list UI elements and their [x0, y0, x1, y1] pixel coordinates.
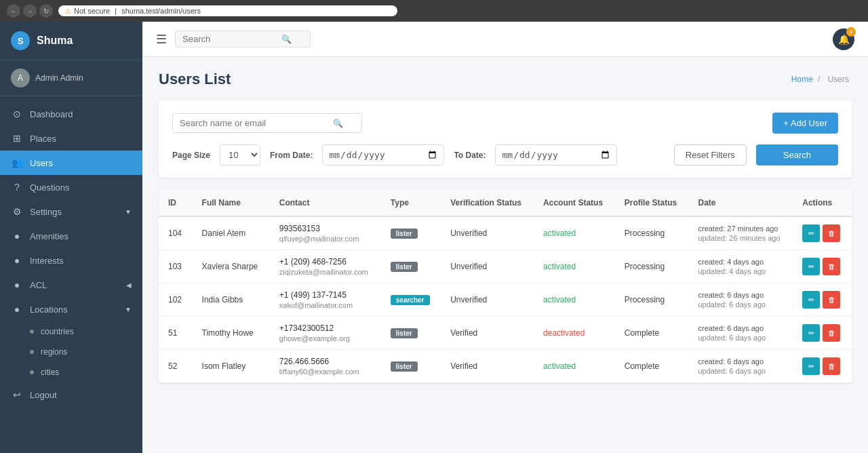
notification-badge: 4 — [846, 27, 856, 37]
search-icon: 🔍 — [281, 35, 292, 44]
cell-actions: ✏ 🗑 — [793, 216, 852, 250]
avatar: A — [11, 68, 30, 87]
cell-contact: +1 (499) 137-7145 xakuf@mailinator.com — [270, 283, 381, 317]
table-row: 104 Daniel Atem 993563153 qifuvep@mailin… — [159, 216, 852, 250]
sidebar-item-label: ACL — [30, 280, 47, 290]
cell-type: searcher — [381, 283, 441, 317]
table-row: 51 Timothy Howe +17342300512 ghowe@examp… — [159, 317, 852, 350]
back-button[interactable]: ← — [7, 4, 20, 18]
sidebar-item-label: Places — [30, 134, 56, 144]
cell-verification-status: Verified — [441, 350, 534, 383]
topnav-search-box[interactable]: 🔍 — [175, 31, 311, 47]
sidebar-item-logout[interactable]: ↩ Logout — [0, 382, 142, 407]
sidebar-item-acl[interactable]: ● ACL ◀ — [0, 273, 142, 297]
sidebar-item-label: Dashboard — [30, 109, 73, 119]
delete-button[interactable]: 🗑 — [823, 357, 840, 375]
browser-nav-buttons[interactable]: ← → ↻ — [7, 4, 53, 18]
cell-date: created: 6 days ago updated: 6 days ago — [688, 283, 793, 317]
sidebar-item-users[interactable]: 👥 Users — [0, 151, 142, 175]
edit-button[interactable]: ✏ — [802, 357, 820, 375]
delete-button[interactable]: 🗑 — [823, 324, 840, 342]
cell-type: lister — [381, 216, 441, 250]
cell-type: lister — [381, 350, 441, 383]
chevron-left-icon: ◀ — [126, 281, 132, 289]
delete-button[interactable]: 🗑 — [823, 258, 840, 275]
search-icon[interactable]: 🔍 — [333, 119, 343, 128]
edit-button[interactable]: ✏ — [802, 258, 820, 275]
cell-profile-status: Processing — [615, 283, 689, 317]
page-size-select[interactable]: 10 25 50 100 — [220, 144, 260, 165]
users-icon: 👥 — [11, 157, 23, 168]
refresh-button[interactable]: ↻ — [39, 4, 53, 18]
col-profile-status: Profile Status — [615, 190, 689, 216]
search-name-box[interactable]: 🔍 — [172, 113, 362, 133]
col-id: ID — [159, 190, 193, 216]
search-button[interactable]: Search — [756, 144, 838, 165]
col-account-status: Account Status — [534, 190, 615, 216]
sidebar-nav: ⊙ Dashboard ⊞ Places 👥 Users ? Questions… — [0, 96, 142, 453]
cell-date: created: 27 minutes ago updated: 26 minu… — [688, 216, 793, 250]
breadcrumb-current: Users — [828, 75, 849, 84]
cell-account-status: activated — [534, 250, 615, 283]
delete-button[interactable]: 🗑 — [823, 224, 840, 242]
table-row: 52 Isom Flatley 726.466.5666 tiffany60@e… — [159, 350, 852, 383]
cell-id: 102 — [159, 283, 193, 317]
col-date: Date — [688, 190, 793, 216]
cell-account-status: activated — [534, 350, 615, 383]
cell-contact: 993563153 qifuvep@mailinator.com — [270, 216, 381, 250]
users-table-card: ID Full Name Contact Type Verification S… — [159, 190, 852, 383]
sidebar-item-amenities[interactable]: ● Amenities — [0, 224, 142, 248]
cell-verification-status: Unverified — [441, 250, 534, 283]
breadcrumb-home-link[interactable]: Home — [791, 75, 813, 84]
hamburger-icon[interactable]: ☰ — [156, 32, 167, 47]
edit-button[interactable]: ✏ — [802, 291, 820, 309]
sidebar-item-cities[interactable]: cities — [0, 362, 142, 382]
cell-id: 103 — [159, 250, 193, 283]
address-bar[interactable]: ⚠ Not secure | shuma.test/admin/users — [58, 5, 397, 16]
sidebar-item-label: Questions — [30, 182, 70, 193]
dot-icon — [30, 350, 34, 354]
add-user-button[interactable]: + Add User — [772, 113, 838, 134]
cell-id: 52 — [159, 350, 193, 383]
from-date-input[interactable] — [322, 144, 444, 165]
cell-date: created: 4 days ago updated: 4 days ago — [688, 250, 793, 283]
acl-icon: ● — [11, 279, 23, 290]
sidebar-item-locations[interactable]: ● Locations ▼ — [0, 297, 142, 321]
sidebar-item-settings[interactable]: ⚙ Settings ▼ — [0, 199, 142, 224]
sidebar-item-label: Amenities — [30, 231, 68, 241]
sidebar-item-regions[interactable]: regions — [0, 342, 142, 362]
logo-icon: S — [11, 31, 30, 50]
delete-button[interactable]: 🗑 — [823, 291, 840, 309]
user-name-label: Admin Admin — [35, 73, 83, 83]
topnav-search-input[interactable] — [182, 34, 277, 44]
sidebar-item-label: Settings — [30, 207, 62, 217]
to-date-label: To Date: — [454, 151, 486, 160]
sidebar-item-places[interactable]: ⊞ Places — [0, 126, 142, 151]
sidebar-item-interests[interactable]: ● Interests — [0, 248, 142, 273]
sidebar-user: A Admin Admin — [0, 60, 142, 96]
table-row: 103 Xaviera Sharpe +1 (209) 468-7256 ziq… — [159, 250, 852, 283]
chevron-down-icon: ▼ — [125, 208, 132, 216]
cell-contact: +1 (209) 468-7256 ziqizuketa@mailinator.… — [270, 250, 381, 283]
sidebar-item-countries[interactable]: countries — [0, 321, 142, 342]
edit-button[interactable]: ✏ — [802, 224, 820, 242]
sidebar-item-dashboard[interactable]: ⊙ Dashboard — [0, 102, 142, 126]
forward-button[interactable]: → — [23, 4, 37, 18]
search-name-input[interactable] — [180, 118, 329, 128]
sidebar-item-questions[interactable]: ? Questions — [0, 175, 142, 199]
filter-row-dates: Page Size 10 25 50 100 From Date: To Dat… — [172, 144, 838, 165]
sidebar-item-label: Interests — [30, 256, 64, 266]
from-date-label: From Date: — [270, 151, 313, 160]
security-label: Not secure — [74, 7, 110, 15]
notification-bell-button[interactable]: 🔔 4 — [833, 28, 854, 50]
table-header-row: ID Full Name Contact Type Verification S… — [159, 190, 852, 216]
filter-card: 🔍 + Add User Page Size 10 25 50 100 From… — [159, 100, 852, 178]
col-verification-status: Verification Status — [441, 190, 534, 216]
edit-button[interactable]: ✏ — [802, 324, 820, 342]
cell-contact: +17342300512 ghowe@example.org — [270, 317, 381, 350]
app-layout: S Shuma A Admin Admin ⊙ Dashboard ⊞ Plac… — [0, 22, 868, 453]
to-date-input[interactable] — [495, 144, 617, 165]
logo-text: Shuma — [37, 35, 73, 47]
locations-icon: ● — [11, 304, 23, 315]
reset-filters-button[interactable]: Reset Filters — [674, 144, 747, 165]
